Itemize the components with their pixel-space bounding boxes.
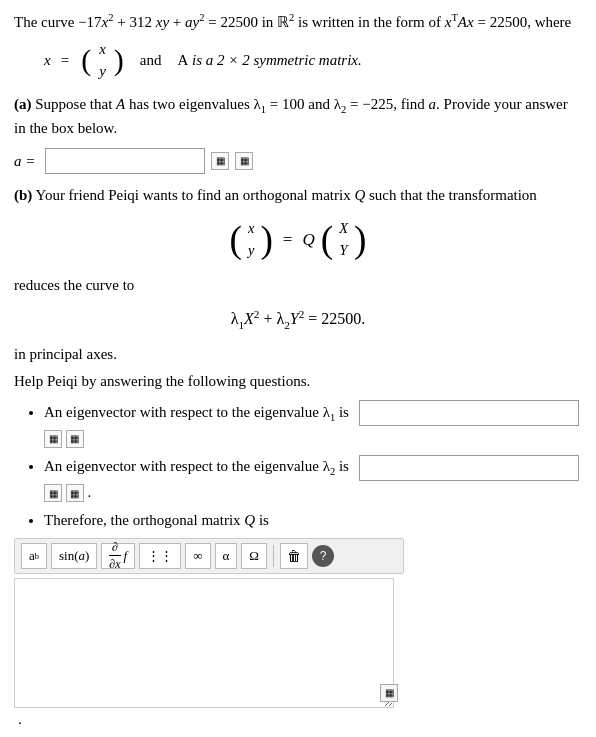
curve-text: The curve −17x2 + 312 xy + ay2 = 22500 i… [14,10,571,34]
reduced-curve-eq: λ1X2 + λ2Y2 = 22500. [14,306,582,333]
therefore-item: Therefore, the orthogonal matrix Q is [44,509,582,532]
xy-vector: x y [248,218,254,261]
toolbar-trash-button[interactable]: 🗑 [280,543,308,569]
eigenvector-lambda2-icon1[interactable]: ▦ [44,484,62,502]
left-paren-transform: ( [230,221,242,258]
eigenvector-lambda2-icon2[interactable]: ▦ [66,484,84,502]
reduces-text: reduces the curve to [14,274,582,297]
Y-transform: Y [340,240,348,262]
toolbar-alpha-button[interactable]: α [215,543,238,569]
toolbar-help-button[interactable]: ? [312,545,334,567]
XY-vector: X Y [339,218,348,261]
x-equals: x [44,49,51,72]
right-paren-transform: ) [260,221,272,258]
Q-letter: Q [302,227,314,253]
part-b-text: (b) Your friend Peiqi wants to find an o… [14,184,582,207]
toolbar-inf-button[interactable]: ∞ [185,543,210,569]
X-transform: X [339,218,348,240]
vector-line: x = ( x y ) and A is a 2 × 2 symmetric m… [44,38,582,83]
part-a-icon1[interactable]: ▦ [211,152,229,170]
math-toolbar: ab sin(a) ∂ ∂x f ⋮⋮ ∞ α Ω 🗑 ? [14,538,404,574]
part-a-answer-row: a = ▦ ▦ [14,148,582,174]
left-paren-XY: ( [321,221,333,258]
part-b-section: (b) Your friend Peiqi wants to find an o… [14,184,582,731]
eigenvector-lambda1-icon1[interactable]: ▦ [44,430,62,448]
part-a-text: (a) Suppose that A has two eigenvalues λ… [14,93,582,140]
eigenvector-lambda2-input[interactable] [359,455,579,481]
eigenvector-lambda1-item: An eigenvector with respect to the eigen… [44,400,582,449]
toolbar-ab-button[interactable]: ab [21,543,47,569]
eigenvector-lambda2-item: An eigenvector with respect to the eigen… [44,455,582,504]
toolbar-sin-button[interactable]: sin(a) [51,543,97,569]
x-vector-open-paren: ( [81,45,91,75]
toolbar-omega-button[interactable]: Ω [241,543,267,569]
equals-sign: = [61,49,69,72]
Q-matrix-float-icon[interactable]: ▦ [380,684,398,702]
part-a-description: Suppose that A has two eigenvalues λ1 = … [14,96,568,137]
part-a-icon2[interactable]: ▦ [235,152,253,170]
transformation-equation: ( x y ) = Q ( X Y ) [14,218,582,261]
toolbar-dots-button[interactable]: ⋮⋮ [139,543,181,569]
right-paren-XY: ) [354,221,366,258]
x-vector-close-paren: ) [114,45,124,75]
eigenvector-list: An eigenvector with respect to the eigen… [44,400,582,503]
x-transform: x [248,218,254,240]
principal-axes-text: in principal axes. [14,343,582,366]
toolbar-separator [273,545,274,567]
part-a-section: (a) Suppose that A has two eigenvalues λ… [14,93,582,174]
help-peiqi-text: Help Peiqi by answering the following qu… [14,370,582,393]
eigenvector-lambda1-input[interactable] [359,400,579,426]
part-a-input[interactable] [45,148,205,174]
Q-matrix-container: ▦ [14,578,404,708]
and-word: and [140,49,162,72]
Q-matrix-textarea[interactable] [14,578,394,708]
Q-period: . [18,711,22,727]
eigenvector-lambda2-text: An eigenvector with respect to the eigen… [44,458,349,474]
y-transform: y [248,240,254,262]
eigenvector-lambda1-icon2[interactable]: ▦ [66,430,84,448]
therefore-text: Therefore, the orthogonal matrix Q is [44,512,269,528]
period-after-lambda2: . [88,484,92,500]
eigenvector-lambda1-text: An eigenvector with respect to the eigen… [44,404,349,420]
toolbar-partial-button[interactable]: ∂ ∂x f [101,543,135,569]
y-entry: y [99,60,106,83]
curve-equation-line: The curve −17x2 + 312 xy + ay2 = 22500 i… [14,10,582,34]
x-vector-entries: x y [99,38,106,83]
eq-sign-transform: = [283,227,293,253]
header-section: The curve −17x2 + 312 xy + ay2 = 22500 i… [14,10,582,83]
part-a-label: (a) [14,96,32,112]
x-entry: x [99,38,106,61]
a-equals-label: a = [14,150,35,173]
part-b-label: (b) [14,187,32,203]
A-description: A is a 2 × 2 symmetric matrix. [177,49,361,72]
part-b-description: Your friend Peiqi wants to find an ortho… [36,187,537,203]
therefore-list: Therefore, the orthogonal matrix Q is [44,509,582,532]
